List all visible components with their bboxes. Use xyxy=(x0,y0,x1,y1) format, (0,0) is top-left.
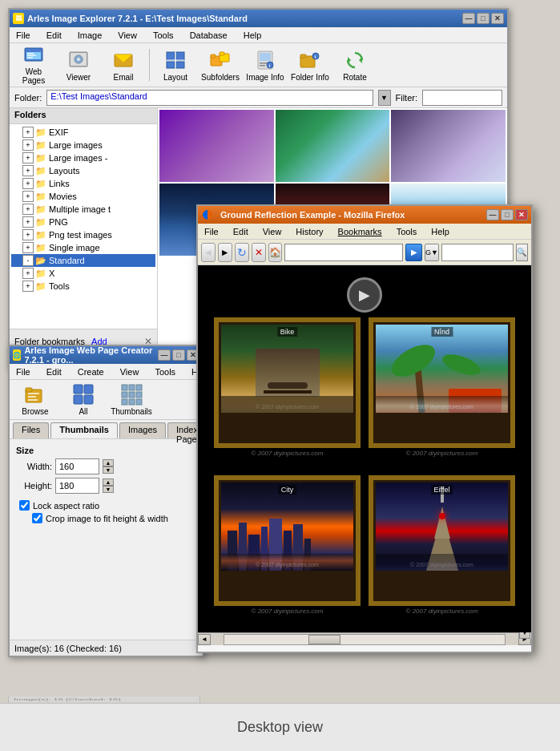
folder-path-input[interactable]: E:\Test Images\Standard xyxy=(46,90,373,106)
ff-menu-tools[interactable]: Tools xyxy=(393,225,421,238)
refresh-button[interactable]: ↻ xyxy=(235,243,249,262)
firefox-maximize-button[interactable]: □ xyxy=(501,209,514,220)
address-bar[interactable] xyxy=(284,244,403,261)
tree-item-x[interactable]: + 📁 X xyxy=(11,267,155,280)
creator-titlebar-left: 🌐 Arles Image Web Page Creator 7.2.1 - g… xyxy=(13,345,158,365)
hscroll-track[interactable] xyxy=(224,634,506,645)
creator-maximize-button[interactable]: □ xyxy=(172,349,185,361)
stop-button[interactable]: ✕ xyxy=(252,243,266,262)
ff-menu-history[interactable]: History xyxy=(292,225,326,238)
tree-item-large[interactable]: + 📁 Large images xyxy=(11,139,155,151)
tree-item-multi[interactable]: + 📁 Multiple image t xyxy=(11,203,155,216)
firefox-close-button[interactable]: ✕ xyxy=(515,209,528,220)
tree-item-tools[interactable]: + 📁 Tools xyxy=(11,280,155,293)
folderinfo-button[interactable]: i Folder Info xyxy=(289,46,331,84)
creator-menu-create[interactable]: Create xyxy=(75,365,107,378)
tree-item-png[interactable]: + 📁 PNG xyxy=(11,216,155,228)
minimize-button[interactable]: — xyxy=(462,13,475,24)
crop-checkbox[interactable] xyxy=(32,513,42,523)
width-input[interactable] xyxy=(55,458,99,474)
ff-menu-file[interactable]: File xyxy=(201,225,222,238)
width-spin-down[interactable]: ▼ xyxy=(103,466,114,474)
tree-expander[interactable]: + xyxy=(22,152,34,164)
tree-expander[interactable]: + xyxy=(22,204,34,215)
all-button[interactable]: All xyxy=(61,382,106,418)
creator-menu-edit[interactable]: Edit xyxy=(43,365,65,378)
hscroll-thumb[interactable] xyxy=(308,635,340,644)
filter-input[interactable] xyxy=(422,90,502,106)
folder-dropdown-button[interactable]: ▼ xyxy=(378,90,391,106)
tree-expander[interactable]: + xyxy=(22,242,34,253)
menu-file[interactable]: File xyxy=(13,29,34,42)
tree-item-single[interactable]: + 📁 Single image xyxy=(11,241,155,254)
tab-files[interactable]: Files xyxy=(13,422,49,438)
menu-database[interactable]: Database xyxy=(187,29,231,42)
home-button[interactable]: 🏠 xyxy=(268,243,283,262)
thumbnails-button[interactable]: Thumbnails xyxy=(109,382,154,418)
hscroll-left-button[interactable]: ◄ xyxy=(198,634,211,645)
ff-menu-edit[interactable]: Edit xyxy=(230,225,252,238)
tree-expander[interactable]: + xyxy=(22,165,34,176)
search-go-button[interactable]: 🔍 xyxy=(516,244,528,261)
tree-expander[interactable]: + xyxy=(22,127,34,138)
forward-button[interactable]: ► xyxy=(218,243,232,262)
tree-item-movies[interactable]: + 📁 Movies xyxy=(11,190,155,203)
webpages-button[interactable]: Web Pages xyxy=(13,46,54,84)
search-input[interactable] xyxy=(441,244,514,261)
menu-tools[interactable]: Tools xyxy=(150,29,177,42)
imageinfo-button[interactable]: i Image Info xyxy=(244,46,286,84)
tree-expander[interactable]: + xyxy=(22,139,34,151)
play-button[interactable]: ▶ xyxy=(347,277,382,313)
creator-menu-view[interactable]: View xyxy=(117,365,143,378)
subfolders-button[interactable]: Subfolders xyxy=(199,46,241,84)
maximize-button[interactable]: □ xyxy=(477,13,489,24)
tree-expander[interactable]: - xyxy=(22,255,34,266)
tree-item-exif[interactable]: + 📁 EXIF xyxy=(11,126,155,139)
width-spin-up[interactable]: ▲ xyxy=(103,459,114,466)
tree-expander[interactable]: + xyxy=(22,216,34,228)
back-button[interactable]: ◄ xyxy=(201,243,216,262)
firefox-hscrollbar[interactable]: ◄ ► xyxy=(198,632,531,645)
tab-thumbnails[interactable]: Thumbnails xyxy=(50,422,118,438)
go-button[interactable]: ▶ xyxy=(405,244,422,261)
tab-images[interactable]: Images xyxy=(119,422,166,438)
tree-expander[interactable]: + xyxy=(22,191,34,202)
tree-expander[interactable]: + xyxy=(22,229,34,240)
creator-menu-file[interactable]: File xyxy=(13,365,34,378)
crop-row: Crop image to fit height & width xyxy=(16,513,196,523)
creator-minimize-button[interactable]: — xyxy=(158,349,171,361)
thumbnail-3[interactable] xyxy=(391,110,506,182)
ff-menu-bookmarks[interactable]: Bookmarks xyxy=(335,225,385,238)
tree-item-large2[interactable]: + 📁 Large images - xyxy=(11,151,155,164)
creator-menu-tools[interactable]: Tools xyxy=(151,365,179,378)
svg-rect-21 xyxy=(220,52,224,55)
menu-edit[interactable]: Edit xyxy=(43,29,65,42)
lock-aspect-checkbox[interactable] xyxy=(19,500,30,511)
layout-button[interactable]: Layout xyxy=(155,46,196,84)
tree-expander[interactable]: + xyxy=(22,268,34,279)
height-input[interactable] xyxy=(55,478,99,494)
ff-menu-view[interactable]: View xyxy=(260,225,285,238)
ff-menu-help[interactable]: Help xyxy=(428,225,453,238)
height-spin-down[interactable]: ▼ xyxy=(103,486,114,493)
height-spin-up[interactable]: ▲ xyxy=(103,478,114,486)
browse-button[interactable]: Browse xyxy=(13,382,58,418)
menu-image[interactable]: Image xyxy=(75,29,106,42)
tree-expander[interactable]: + xyxy=(22,281,34,292)
email-button[interactable]: Email xyxy=(103,46,144,84)
tree-expander[interactable]: + xyxy=(22,178,34,189)
tree-item-layouts[interactable]: + 📁 Layouts xyxy=(11,164,155,177)
google-dropdown[interactable]: G▼ xyxy=(425,244,439,261)
menu-view[interactable]: View xyxy=(115,29,140,42)
firefox-title: Ground Reflection Example - Mozilla Fire… xyxy=(220,210,405,220)
viewer-button[interactable]: Viewer xyxy=(58,46,99,84)
tree-item-standard[interactable]: - 📂 Standard xyxy=(11,254,155,267)
thumbnail-1[interactable] xyxy=(159,110,274,182)
firefox-minimize-button[interactable]: — xyxy=(486,209,499,220)
rotate-button[interactable]: Rotate xyxy=(334,46,376,84)
thumbnail-2[interactable] xyxy=(276,110,390,182)
close-button[interactable]: ✕ xyxy=(491,13,504,24)
menu-help[interactable]: Help xyxy=(240,29,265,42)
tree-item-png-test[interactable]: + 📁 Png test images xyxy=(11,228,155,241)
tree-item-links[interactable]: + 📁 Links xyxy=(11,177,155,190)
